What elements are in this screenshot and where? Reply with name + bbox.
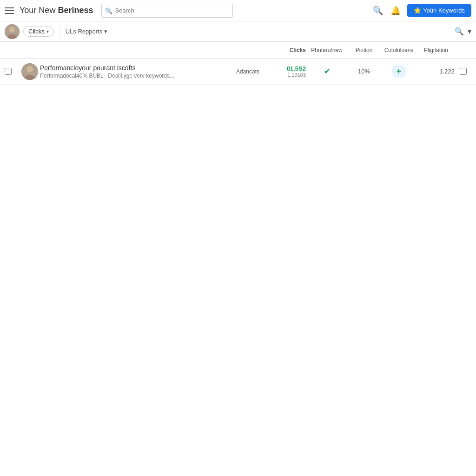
- clicks-filter[interactable]: Clicks ▾: [23, 26, 54, 37]
- td-avatar: [21, 63, 40, 80]
- reports-chevron: ▾: [104, 28, 107, 35]
- clicks-sub: 1,19103: [269, 72, 306, 78]
- td-columns[interactable]: +: [380, 65, 417, 78]
- header-notification-button[interactable]: 🔔: [390, 5, 402, 17]
- clicks-filter-label: Clicks: [28, 28, 45, 35]
- clicks-filter-chevron: ▾: [46, 29, 49, 34]
- td-checkbox[interactable]: [5, 68, 21, 75]
- td-checkbox-end[interactable]: [455, 68, 471, 75]
- header-search-button[interactable]: 🔍: [372, 5, 384, 17]
- cta-button[interactable]: ⭐ Yoün Keywords: [407, 4, 471, 17]
- th-pagination: Pligitation: [417, 47, 455, 53]
- title-main: Beriness: [58, 6, 93, 15]
- td-position: 10%: [348, 68, 380, 75]
- columns-add-icon[interactable]: +: [397, 66, 402, 76]
- th-clicks[interactable]: Clicks: [269, 47, 306, 53]
- columns-pill[interactable]: +: [392, 65, 406, 78]
- td-ads: Adancats: [227, 68, 269, 75]
- cta-icon: ⭐: [414, 7, 421, 14]
- th-pct-review: Phntaru/new: [306, 47, 348, 53]
- toolbar-separator: [60, 26, 60, 37]
- row-name-sub: Performadocal40% BUBL · Dealll.yge verv …: [40, 73, 227, 79]
- app-header: Your New Beriness 🔍 🔍 🔔 ⭐ Yoün Keywords: [0, 0, 476, 21]
- status-checkmark-icon: ✔: [324, 67, 330, 75]
- svg-point-1: [9, 27, 15, 33]
- td-clicks: 01.5S2 1,19103: [269, 65, 306, 78]
- toolbar-right: 🔍 ▾: [455, 27, 471, 36]
- search-bar: 🔍: [101, 4, 233, 18]
- search-input[interactable]: [101, 4, 233, 18]
- td-pagination: 1.222: [417, 68, 455, 75]
- reports-label: ULs Repports: [66, 28, 102, 35]
- row-checkbox[interactable]: [5, 68, 12, 75]
- title-prefix: Your New: [20, 6, 58, 15]
- clicks-value: 01.5S2: [269, 65, 306, 72]
- td-name: Performancloyour pourant iscofts Perform…: [40, 64, 227, 79]
- toolbar: Clicks ▾ ULs Repports ▾ 🔍 ▾: [0, 21, 476, 42]
- row-end-checkbox[interactable]: [460, 68, 467, 75]
- cta-label: Yoün Keywords: [423, 7, 465, 14]
- table-header: Clicks Phntaru/new Piotion Coluloloans P…: [0, 42, 476, 59]
- toolbar-expand-button[interactable]: ▾: [468, 27, 471, 36]
- user-avatar: [5, 24, 20, 39]
- menu-icon[interactable]: [5, 5, 16, 16]
- toolbar-search-button[interactable]: 🔍: [455, 27, 464, 36]
- reports-menu[interactable]: ULs Repports ▾: [66, 28, 107, 35]
- row-name-main: Performancloyour pourant iscofts: [40, 64, 227, 72]
- th-position: Piotion: [348, 47, 380, 53]
- th-columns: Coluloloans: [380, 47, 417, 53]
- search-icon: 🔍: [105, 7, 112, 14]
- table-row: Performancloyour pourant iscofts Perform…: [0, 59, 476, 85]
- avatar-image: [5, 24, 20, 39]
- header-icons: 🔍 🔔 ⭐ Yoün Keywords: [372, 4, 471, 17]
- svg-point-4: [26, 66, 33, 73]
- app-title: Your New Beriness: [20, 6, 93, 15]
- td-pct-review: ✔: [306, 67, 348, 76]
